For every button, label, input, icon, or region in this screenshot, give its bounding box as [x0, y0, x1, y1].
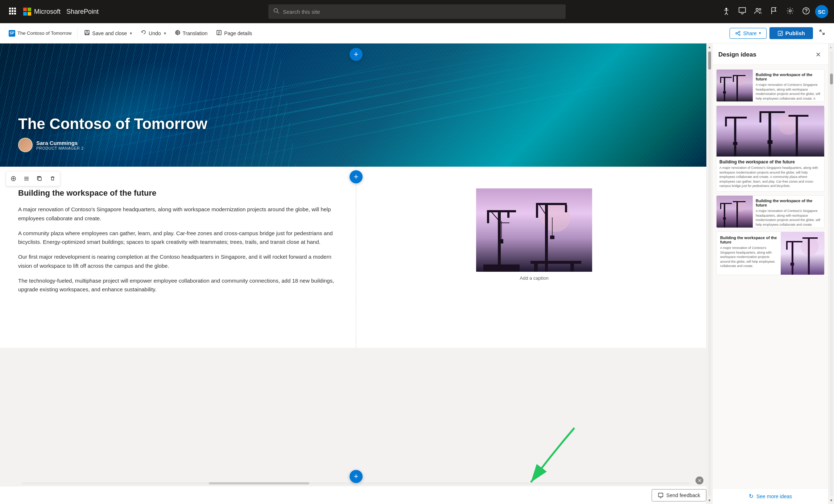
accessibility-button[interactable] — [719, 4, 733, 20]
translation-label: Translation — [183, 30, 208, 36]
svg-line-28 — [737, 32, 739, 33]
add-section-top-button[interactable]: + — [350, 48, 363, 61]
hero-author: Sara Cummings PRODUCT MANAGER 2 — [18, 138, 207, 152]
send-feedback-label: Send feedback — [666, 492, 700, 498]
h-scroll-thumb[interactable] — [209, 482, 309, 484]
card1-crane — [717, 70, 753, 102]
flag-button[interactable] — [767, 4, 781, 20]
hero-avatar-img — [19, 138, 32, 151]
svg-point-26 — [739, 34, 740, 36]
card2-image — [717, 106, 824, 157]
design-panel: Design ideas ✕ — [712, 43, 828, 504]
section-delete-button[interactable] — [47, 173, 58, 184]
svg-rect-101 — [786, 241, 802, 242]
svg-rect-4 — [12, 10, 13, 12]
article-image — [476, 188, 592, 272]
svg-rect-52 — [500, 239, 503, 243]
scroll-close-button[interactable]: ✕ — [695, 476, 703, 484]
translation-button[interactable]: Translation — [171, 28, 211, 39]
see-more-button[interactable]: ↻ See more ideas — [749, 493, 792, 500]
design-idea-card-2[interactable]: Building the workspace of the future A m… — [716, 105, 825, 192]
feedback-nav-button[interactable] — [735, 4, 749, 20]
content-para1: A major renovation of Contoso's Singapor… — [18, 205, 341, 223]
svg-point-9 — [274, 9, 278, 12]
section-settings-button[interactable] — [21, 173, 32, 184]
svg-rect-5 — [14, 10, 16, 12]
v-scroll-thumb[interactable] — [708, 51, 711, 70]
crane-illustration — [476, 188, 592, 272]
share-dropdown[interactable]: ▾ — [759, 31, 761, 36]
svg-rect-81 — [733, 142, 738, 145]
share-label: Share — [743, 30, 756, 36]
svg-point-16 — [806, 12, 806, 13]
svg-line-10 — [277, 12, 279, 14]
undo-dropdown-icon[interactable]: ▾ — [164, 31, 166, 36]
save-dropdown-icon[interactable]: ▾ — [130, 31, 132, 36]
right-scroll-down[interactable]: ▼ — [829, 497, 834, 504]
image-caption[interactable]: Add a caption — [520, 275, 549, 281]
design-idea-card-1[interactable]: Building the workspace of the future A m… — [716, 69, 825, 102]
search-icon — [273, 8, 279, 15]
card4-title: Building the workspace of the future — [720, 236, 777, 244]
svg-rect-72 — [736, 75, 738, 102]
design-panel-title: Design ideas — [718, 51, 756, 58]
svg-rect-49 — [507, 212, 509, 218]
design-panel-close-button[interactable]: ✕ — [814, 49, 822, 60]
svg-point-12 — [756, 8, 758, 11]
hero-content: The Contoso of Tomorrow Sara Cummings PR… — [18, 115, 207, 152]
design-idea-card-4[interactable]: Building the workspace of the future A m… — [716, 232, 825, 275]
card4-text: Building the workspace of the future A m… — [717, 232, 781, 275]
right-scroll-thumb[interactable] — [830, 74, 833, 84]
microsoft-logo[interactable]: Microsoft — [23, 8, 61, 16]
nav-right-actions: SC — [719, 4, 828, 20]
undo-button[interactable]: Undo ▾ — [137, 28, 169, 39]
right-scroll-track[interactable] — [830, 51, 833, 496]
svg-rect-86 — [768, 140, 773, 144]
card3-text: Building the workspace of the future A m… — [753, 196, 824, 228]
v-scroll-up[interactable]: ▲ — [707, 43, 712, 51]
save-close-button[interactable]: Save and close ▾ — [80, 28, 136, 39]
svg-line-32 — [780, 32, 782, 34]
help-button[interactable] — [799, 4, 813, 20]
card1-title: Building the workspace of the future — [756, 72, 821, 81]
svg-point-27 — [736, 33, 737, 34]
svg-rect-96 — [736, 201, 738, 228]
v-scroll-track[interactable] — [708, 51, 711, 496]
svg-rect-3 — [9, 10, 11, 12]
design-idea-card-3[interactable]: Building the workspace of the future A m… — [716, 195, 825, 228]
section-copy-button[interactable] — [34, 173, 45, 184]
v-scroll-down[interactable]: ▼ — [707, 497, 712, 504]
save-icon — [84, 30, 90, 37]
share-button[interactable]: Share ▾ — [730, 28, 766, 39]
svg-rect-61 — [530, 261, 581, 264]
settings-nav-button[interactable] — [783, 4, 797, 20]
svg-rect-7 — [12, 13, 13, 14]
svg-point-25 — [739, 31, 740, 33]
search-bar[interactable]: Search this site — [268, 4, 566, 19]
page-details-icon — [216, 30, 222, 37]
waffle-button[interactable] — [6, 4, 19, 19]
add-section-mid-button[interactable]: + — [350, 170, 363, 183]
send-feedback-button[interactable]: Send feedback — [652, 489, 706, 501]
card2-text: Building the workspace of the future A m… — [717, 157, 824, 191]
svg-rect-55 — [536, 203, 567, 205]
main-area: + — [0, 43, 834, 504]
svg-line-29 — [737, 33, 739, 34]
content-para2: A community plaza where employees can ga… — [18, 229, 341, 247]
collapse-button[interactable] — [816, 27, 828, 39]
svg-rect-89 — [717, 196, 753, 228]
section-move-button[interactable] — [8, 173, 19, 184]
page-title-tag: SP The Contoso of Tomorrow — [6, 29, 74, 38]
hero-author-info: Sara Cummings PRODUCT MANAGER 2 — [36, 140, 84, 150]
add-section-bottom-button[interactable]: + — [350, 470, 363, 483]
card3-image — [717, 196, 753, 228]
svg-rect-78 — [725, 117, 747, 118]
avatar[interactable]: SC — [815, 5, 828, 18]
design-panel-header: Design ideas ✕ — [713, 43, 828, 65]
page-details-button[interactable]: Page details — [212, 28, 256, 39]
people-button[interactable] — [751, 4, 765, 20]
svg-point-13 — [759, 8, 761, 10]
article-image-bg — [476, 188, 592, 272]
sharepoint-text: SharePoint — [66, 8, 99, 16]
publish-button[interactable]: Publish — [769, 27, 813, 39]
